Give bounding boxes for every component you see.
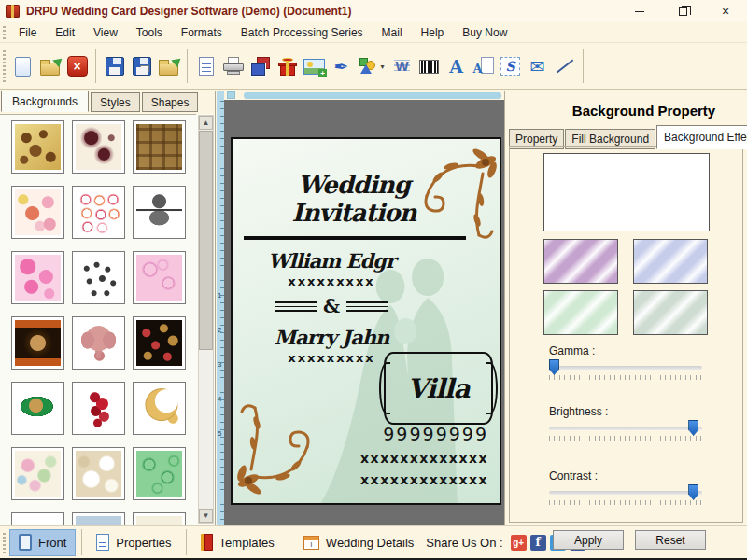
properties-button[interactable]: Properties (88, 529, 179, 556)
menu-item-edit[interactable]: Edit (46, 23, 84, 42)
minimize-button[interactable] (618, 0, 661, 22)
thumbnail-purple-floral[interactable] (11, 512, 64, 525)
thumbnail-gold-floral[interactable] (11, 120, 64, 174)
watermark-button[interactable]: W (388, 50, 416, 82)
tab-backgrounds[interactable]: Backgrounds (1, 91, 89, 112)
menu-item-buy-now[interactable]: Buy Now (453, 23, 516, 42)
horizontal-scrollbar[interactable] (244, 92, 501, 99)
pink-swirls-image (136, 255, 182, 301)
brightness-slider: Brightness : (549, 405, 702, 441)
groom-subtext[interactable]: xxxxxxxxx (233, 274, 430, 288)
barcode-button[interactable] (416, 50, 443, 82)
google-plus-button[interactable]: g+ (511, 535, 527, 551)
scrollbar-thumb[interactable] (199, 131, 213, 350)
menu-item-tools[interactable]: Tools (127, 23, 172, 42)
venue-name[interactable]: Villa (407, 373, 469, 404)
contrast-slider-thumb[interactable] (688, 484, 698, 500)
front-view-button[interactable]: Front (9, 529, 76, 556)
thumbnail-green-swirls[interactable] (133, 447, 186, 500)
thumbnail-pink-elephant[interactable] (72, 316, 125, 370)
brightness-slider-track[interactable] (549, 427, 702, 430)
brightness-slider-thumb[interactable] (688, 420, 698, 436)
insert-text-button[interactable]: A (443, 50, 470, 82)
signature-button[interactable]: S (497, 50, 524, 82)
menu-item-batch-processing-series[interactable]: Batch Processing Series (232, 23, 373, 42)
scroll-up-button[interactable]: ▲ (199, 116, 213, 130)
thumbnail-pink-swirls[interactable] (133, 251, 186, 304)
address-line-1[interactable]: xxxxxxxxxxxxx (360, 451, 488, 466)
thumbnail-pink-hearts[interactable] (11, 251, 64, 304)
groom-name[interactable]: Wlliam Edgr (233, 249, 430, 273)
tab-styles[interactable]: Styles (91, 92, 140, 112)
open-file-button[interactable] (36, 50, 63, 82)
wedding-details-icon (303, 536, 319, 550)
phone-number[interactable]: 99999999 (360, 424, 488, 444)
card-heading[interactable]: Wedding Invitation (236, 171, 472, 227)
save-as-button[interactable] (128, 50, 155, 82)
thumbnail-tribal-orange[interactable] (11, 316, 64, 370)
bride-name[interactable]: Marry Jahn (233, 326, 430, 349)
card-preview[interactable]: Wedding Invitation Wlliam Edgr xxxxxxxxx… (231, 137, 501, 505)
texture-sage-satin[interactable] (633, 290, 708, 335)
thumbnail-cream-teal[interactable] (133, 512, 186, 525)
draw-pen-button[interactable]: ✒ (328, 50, 355, 82)
copy-design-button[interactable] (247, 50, 274, 82)
menu-item-formats[interactable]: Formats (172, 23, 232, 42)
gamma-slider-thumb[interactable] (549, 359, 559, 375)
apply-button[interactable]: Apply (553, 530, 624, 550)
thumbnail-palanquin-sketch[interactable] (133, 186, 186, 239)
thumbnail-rose-petals[interactable] (72, 382, 125, 435)
ampersand[interactable]: & (323, 295, 340, 317)
wedding-details-button[interactable]: Wedding Details (295, 529, 422, 556)
backgrounds-scrollbar[interactable]: ▲ ▼ (198, 115, 214, 524)
thumbnail-wedding-figures[interactable] (72, 251, 125, 304)
reset-button[interactable]: Reset (635, 530, 706, 550)
send-mail-button[interactable]: ✉ (524, 50, 551, 82)
thumbnail-leaf-henna[interactable] (11, 382, 64, 435)
thumbnail-brown-ornate[interactable] (133, 120, 186, 174)
tab-background-effects[interactable]: Background Effects (656, 125, 747, 149)
save-button[interactable] (101, 50, 128, 82)
thumbnail-moon-star[interactable] (133, 382, 186, 435)
insert-image-button[interactable] (301, 50, 328, 82)
texture-green-satin[interactable] (543, 290, 618, 335)
texture-lavender-satin[interactable] (633, 239, 708, 284)
print-preview-button[interactable] (192, 50, 219, 82)
texture-purple-satin[interactable] (543, 239, 618, 284)
thumbnail-paisley-cream[interactable] (72, 120, 125, 174)
address-line-2[interactable]: xxxxxxxxxxxxx (360, 472, 488, 487)
gamma-label: Gamma : (549, 344, 702, 357)
menu-item-mail[interactable]: Mail (373, 23, 412, 42)
thumbnail-pink-flowers[interactable] (11, 186, 64, 239)
text-art-button[interactable]: A (470, 50, 497, 82)
menu-item-help[interactable]: Help (412, 23, 454, 42)
thumbnail-black-gold-floral[interactable] (133, 316, 186, 370)
contrast-slider-track[interactable] (549, 491, 702, 495)
thumbnail-pastel-floral[interactable] (11, 447, 64, 500)
gift-card-button[interactable] (274, 50, 301, 82)
draw-line-button[interactable] (551, 50, 578, 82)
ruler-number: 5 (218, 429, 221, 438)
thumbnail-blue-paisley[interactable] (72, 512, 125, 525)
venue-frame[interactable]: Villa (384, 352, 493, 425)
menu-item-file[interactable]: File (9, 23, 46, 42)
thumbnail-hearts-outline[interactable] (72, 186, 125, 239)
design-canvas[interactable]: Wedding Invitation Wlliam Edgr xxxxxxxxx… (224, 100, 504, 525)
close-document-button[interactable]: × (63, 50, 91, 82)
new-document-button[interactable] (9, 50, 36, 82)
maximize-button[interactable] (661, 0, 704, 22)
scroll-down-button[interactable]: ▼ (199, 509, 213, 523)
close-button[interactable]: × (704, 0, 747, 22)
insert-shape-button[interactable]: ▾ (355, 50, 388, 82)
tab-shapes[interactable]: Shapes (142, 92, 199, 112)
facebook-button[interactable]: f (530, 535, 546, 551)
menu-item-view[interactable]: View (84, 23, 127, 42)
bottom-separator (186, 529, 187, 555)
print-button[interactable] (219, 50, 247, 82)
templates-button[interactable]: Templates (192, 529, 283, 556)
thumbnail-tan-flowers[interactable] (72, 447, 125, 500)
toolbar-separator (583, 49, 584, 83)
open-template-button[interactable] (155, 50, 182, 82)
gamma-slider-track[interactable] (549, 366, 702, 370)
shapes-icon (359, 57, 379, 76)
